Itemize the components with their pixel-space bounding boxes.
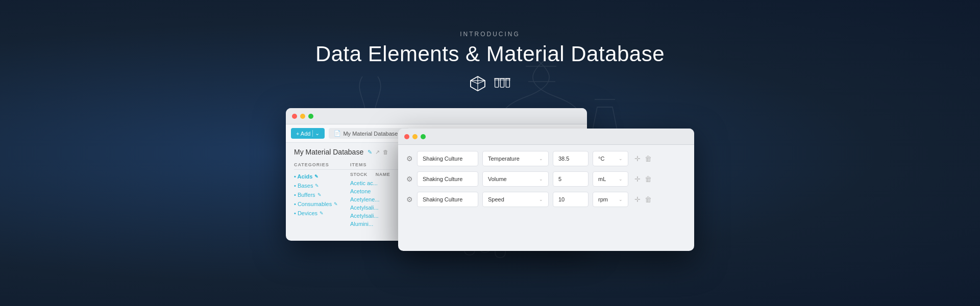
- gear-icon-2[interactable]: ⚙: [406, 175, 413, 183]
- dot-red[interactable]: [292, 114, 297, 119]
- unit-field-2[interactable]: mL ⌄: [593, 171, 628, 187]
- row-actions-2: ✛ 🗑: [634, 175, 652, 183]
- svg-line-14: [471, 81, 478, 84]
- dot-green-front[interactable]: [421, 134, 426, 139]
- delete-icon[interactable]: 🗑: [383, 149, 388, 155]
- db-icon: 📄: [334, 130, 341, 137]
- delete-row-icon-2[interactable]: 🗑: [645, 175, 652, 183]
- unit-field-3[interactable]: rpm ⌄: [593, 192, 628, 207]
- category-consumables[interactable]: • Consumables ✎: [294, 199, 350, 209]
- category-acids[interactable]: • Acids ✎: [294, 172, 350, 181]
- cat-bases-edit[interactable]: ✎: [315, 183, 319, 188]
- row-actions-1: ✛ 🗑: [634, 155, 652, 163]
- windows-container: + Add ⌄ 📄 My Material Database ⌄ My Mate…: [286, 108, 694, 251]
- param-field-2[interactable]: Volume ⌄: [482, 171, 549, 187]
- categories-column: • Acids ✎ • Bases ✎ • Buffers ✎ • Cons: [294, 172, 350, 228]
- add-row-icon-3[interactable]: ✛: [634, 195, 641, 203]
- unit-chevron-2: ⌄: [619, 176, 623, 182]
- sub-header-name: NAME: [376, 172, 390, 177]
- add-button[interactable]: + Add ⌄: [291, 128, 325, 139]
- add-chevron: ⌄: [312, 130, 320, 137]
- main-content: INTRODUCING Data Elements & Material Dat…: [0, 0, 980, 306]
- data-rows-container: ⚙ Shaking Culture Temperature ⌄ 38.5 °C …: [398, 145, 694, 213]
- introducing-label: INTRODUCING: [460, 31, 520, 38]
- param-chevron-2: ⌄: [539, 176, 543, 182]
- sub-header-stock: STOCK: [350, 172, 368, 177]
- add-row-icon-1[interactable]: ✛: [634, 155, 641, 163]
- dot-green[interactable]: [308, 114, 313, 119]
- row-actions-3: ✛ 🗑: [634, 195, 652, 203]
- context-field-3[interactable]: Shaking Culture: [417, 192, 478, 207]
- unit-field-1[interactable]: °C ⌄: [593, 151, 628, 166]
- test-tubes-icon: [493, 74, 511, 93]
- value-field-3[interactable]: 10: [553, 192, 589, 207]
- cat-devices-edit[interactable]: ✎: [320, 211, 324, 216]
- box-icon: [469, 74, 487, 93]
- main-title: Data Elements & Material Database: [315, 42, 665, 66]
- cat-buffers-edit[interactable]: ✎: [317, 192, 322, 197]
- dot-yellow-front[interactable]: [412, 134, 418, 139]
- category-buffers[interactable]: • Buffers ✎: [294, 190, 350, 199]
- title-icons: [469, 74, 511, 93]
- cat-acids-edit[interactable]: ✎: [314, 174, 318, 179]
- delete-row-icon-1[interactable]: 🗑: [645, 155, 652, 163]
- gear-icon-1[interactable]: ⚙: [406, 155, 413, 163]
- data-row-2: ⚙ Shaking Culture Volume ⌄ 5 mL ⌄: [406, 170, 686, 188]
- param-chevron-3: ⌄: [539, 197, 543, 202]
- window-titlebar-front: [398, 129, 694, 145]
- add-label: + Add: [296, 131, 310, 137]
- edit-icon[interactable]: ✎: [368, 149, 372, 156]
- db-tab-label: My Material Database: [343, 131, 398, 137]
- db-title-action-icons: ✎ ↗ 🗑: [368, 149, 388, 156]
- unit-chevron-3: ⌄: [619, 197, 623, 202]
- param-field-1[interactable]: Temperature ⌄: [482, 151, 549, 166]
- gear-icon-3[interactable]: ⚙: [406, 195, 413, 203]
- value-field-1[interactable]: 38.5: [553, 151, 589, 166]
- cat-consumables-edit[interactable]: ✎: [334, 201, 338, 207]
- col-header-categories: CATEGORIES: [294, 162, 350, 167]
- delete-row-icon-3[interactable]: 🗑: [645, 195, 652, 203]
- data-row-3: ⚙ Shaking Culture Speed ⌄ 10 rpm ⌄: [406, 191, 686, 208]
- unit-chevron-1: ⌄: [619, 156, 623, 161]
- value-field-2[interactable]: 5: [553, 171, 589, 187]
- param-field-3[interactable]: Speed ⌄: [482, 192, 549, 207]
- data-elements-window: ⚙ Shaking Culture Temperature ⌄ 38.5 °C …: [398, 129, 694, 251]
- share-icon[interactable]: ↗: [375, 149, 380, 156]
- svg-line-15: [478, 81, 485, 84]
- context-field-2[interactable]: Shaking Culture: [417, 171, 478, 187]
- data-row-1: ⚙ Shaking Culture Temperature ⌄ 38.5 °C …: [406, 150, 686, 167]
- db-tab[interactable]: 📄 My Material Database ⌄: [329, 128, 409, 139]
- category-bases[interactable]: • Bases ✎: [294, 181, 350, 190]
- category-devices[interactable]: • Devices ✎: [294, 209, 350, 218]
- dot-yellow[interactable]: [300, 114, 305, 119]
- param-chevron-1: ⌄: [539, 156, 543, 161]
- window-titlebar-back: [286, 108, 587, 124]
- dot-red-front[interactable]: [404, 134, 409, 139]
- add-row-icon-2[interactable]: ✛: [634, 175, 641, 183]
- context-field-1[interactable]: Shaking Culture: [417, 151, 478, 166]
